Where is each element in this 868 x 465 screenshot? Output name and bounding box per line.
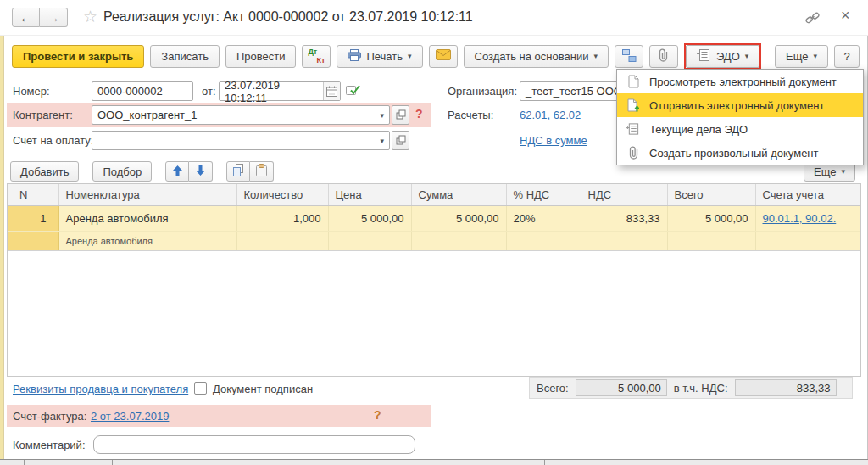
cell-vat[interactable]: 833,33: [581, 206, 667, 232]
create-based-on-button[interactable]: Создать на основании ▾: [464, 45, 609, 68]
edo-exchange-icon: [697, 49, 711, 64]
payment-invoice-open-button[interactable]: [392, 131, 409, 150]
post-button[interactable]: Провести: [225, 45, 297, 68]
copy-icon: [232, 164, 245, 179]
seller-buyer-requisites-link[interactable]: Реквизиты продавца и покупателя: [13, 383, 188, 395]
cell-price[interactable]: 5 000,00: [328, 206, 411, 232]
col-header-vat-rate[interactable]: % НДС: [506, 184, 581, 206]
close-icon[interactable]: ×: [841, 7, 850, 25]
title-bar: ← → ☆ Реализация услуг: Акт 0000-000002 …: [0, 0, 868, 36]
copy-button[interactable]: [226, 161, 250, 182]
col-header-n[interactable]: N: [8, 184, 58, 206]
get-link-icon[interactable]: [805, 11, 820, 28]
payment-invoice-field[interactable]: ▾: [92, 131, 390, 150]
cell-sum[interactable]: 5 000,00: [411, 206, 506, 232]
cell-quantity[interactable]: 1,000: [236, 206, 328, 232]
col-header-price[interactable]: Цена: [328, 184, 411, 206]
menu-item-create-arbitrary-document[interactable]: Создать произвольный документ: [617, 141, 863, 165]
cell-n[interactable]: 1: [8, 206, 58, 232]
total-value-field: 5 000,00: [576, 379, 667, 396]
favorites-star-icon[interactable]: ☆: [83, 7, 97, 26]
chevron-down-icon[interactable]: ▾: [376, 111, 384, 120]
cell-total[interactable]: 5 000,00: [667, 206, 755, 232]
add-row-button[interactable]: Добавить: [10, 161, 79, 182]
related-documents-button[interactable]: [615, 45, 643, 68]
page-title: Реализация услуг: Акт 0000-000002 от 23.…: [103, 9, 473, 25]
date-label: от:: [202, 85, 216, 98]
document-window: ← → ☆ Реализация услуг: Акт 0000-000002 …: [0, 0, 868, 465]
invoice-link[interactable]: 2 от 23.07.2019: [91, 410, 169, 423]
edo-button[interactable]: ЭДО ▾: [686, 45, 760, 68]
document-structure-icon: [621, 48, 637, 64]
save-button[interactable]: Записать: [150, 45, 220, 68]
table-row[interactable]: 1 Аренда автомобиля 1,000 5 000,00 5 000…: [8, 206, 861, 232]
menu-item-view-electronic-document[interactable]: Просмотреть электронный документ: [617, 70, 863, 93]
col-header-total[interactable]: Всего: [667, 184, 755, 206]
print-button[interactable]: Печать ▾: [337, 45, 422, 68]
write-check-icon[interactable]: [346, 84, 360, 100]
attachments-button[interactable]: [649, 45, 678, 68]
col-header-accounts[interactable]: Счета учета: [755, 184, 861, 206]
number-field[interactable]: 0000-000002: [92, 81, 193, 101]
calendar-icon[interactable]: [323, 82, 340, 100]
more-button[interactable]: Еще ▾: [775, 45, 828, 68]
open-window-icon: [396, 133, 406, 148]
col-header-nomenclature[interactable]: Номенклатура: [58, 184, 236, 206]
table-header-row: N Номенклатура Количество Цена Сумма % Н…: [8, 184, 861, 206]
back-button[interactable]: ←: [12, 8, 40, 27]
paperclip-icon: [658, 48, 669, 64]
edo-annotation-highlight: ЭДО ▾: [684, 43, 761, 70]
background-grid-strip: [0, 459, 868, 465]
paste-clipboard-icon: [256, 164, 267, 179]
vat-in-sum-link[interactable]: НДС в сумме: [520, 134, 587, 147]
chevron-down-icon: ▾: [745, 52, 749, 60]
comment-label: Комментарий:: [13, 439, 86, 451]
organization-label: Организация:: [448, 85, 517, 98]
total-label: Всего:: [537, 382, 569, 395]
col-header-sum[interactable]: Сумма: [411, 184, 506, 206]
move-down-button[interactable]: [189, 161, 213, 182]
forward-button[interactable]: →: [40, 8, 68, 27]
dt-kt-postings-button[interactable]: ДтКт: [302, 45, 331, 68]
date-field[interactable]: 23.07.2019 10:12:11: [219, 81, 341, 101]
chevron-down-icon: ▾: [813, 52, 817, 60]
invoice-help-icon[interactable]: ?: [374, 408, 381, 422]
cell-nomenclature[interactable]: Аренда автомобиля: [58, 206, 236, 232]
table-row-content-line[interactable]: Аренда автомобиля: [8, 232, 861, 251]
main-toolbar: Провести и закрыть Записать Провести ДтК…: [12, 42, 860, 70]
cell-content[interactable]: Аренда автомобиля: [58, 232, 236, 251]
post-and-close-button[interactable]: Провести и закрыть: [12, 45, 144, 68]
cell-accounts: 90.01.1, 90.02.: [755, 206, 861, 232]
comment-field[interactable]: [93, 435, 415, 454]
counterparty-help-icon[interactable]: ?: [415, 107, 423, 120]
document-icon: [626, 75, 640, 88]
pick-items-button[interactable]: Подбор: [92, 161, 152, 182]
counterparty-field[interactable]: ООО_контрагент_1 ▾: [92, 105, 390, 125]
menu-item-label: Текущие дела ЭДО: [649, 123, 748, 136]
chevron-down-icon: ▾: [841, 167, 845, 176]
chevron-down-icon[interactable]: ▾: [376, 137, 384, 145]
items-toolbar: Добавить Подбор: [10, 161, 274, 182]
document-signed-label: Документ подписан: [213, 383, 313, 395]
help-button[interactable]: ?: [834, 45, 860, 68]
paste-button[interactable]: [250, 161, 274, 182]
move-up-button[interactable]: [165, 161, 189, 182]
menu-item-send-electronic-document[interactable]: Отправить электронный документ: [617, 93, 863, 117]
send-email-button[interactable]: [429, 45, 458, 68]
document-signed-checkbox[interactable]: [194, 382, 207, 395]
items-more-label: Еще: [814, 165, 836, 178]
settlements-accounts-link[interactable]: 62.01, 62.02: [520, 109, 581, 121]
col-header-vat[interactable]: НДС: [581, 184, 667, 206]
totals-bar: Всего: 5 000,00 в т.ч. НДС: 833,33: [529, 377, 853, 399]
settlements-label: Расчеты:: [448, 109, 493, 121]
forward-arrow-icon: →: [47, 10, 60, 25]
edo-dropdown-menu: Просмотреть электронный документ Отправи…: [616, 69, 864, 165]
menu-item-current-edo-tasks[interactable]: Текущие дела ЭДО: [617, 117, 863, 141]
col-header-quantity[interactable]: Количество: [236, 184, 328, 206]
counterparty-open-button[interactable]: [392, 105, 409, 125]
edo-exchange-icon: [626, 123, 640, 135]
chevron-down-icon: ▾: [408, 52, 412, 60]
payment-invoice-label: Счет на оплату:: [13, 134, 93, 147]
cell-vat-rate[interactable]: 20%: [506, 206, 581, 232]
accounts-link[interactable]: 90.01.1, 90.02.: [763, 212, 837, 225]
